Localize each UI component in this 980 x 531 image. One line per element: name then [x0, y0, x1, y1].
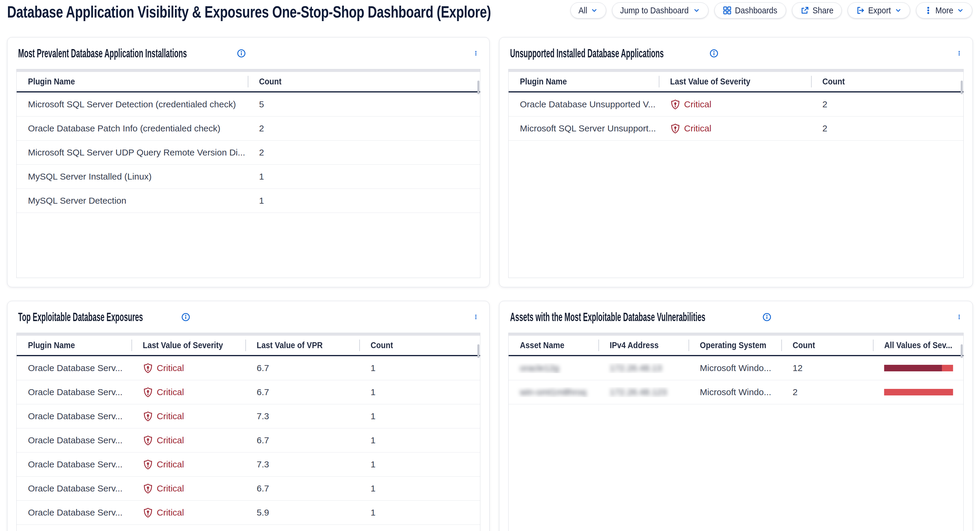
- vpr-cell: 5.9: [245, 507, 359, 518]
- jump-to-dashboard-dropdown[interactable]: Jump to Dashboard: [612, 2, 708, 18]
- redacted-ip-address: 172.26.48.13: [610, 363, 662, 373]
- horizontal-scrollbar[interactable]: [17, 333, 480, 335]
- table-row[interactable]: Oracle Database Serv... Critical 6.7 1: [17, 477, 480, 501]
- toolbar: All Jump to Dashboard Dashboards Share E…: [570, 2, 972, 18]
- table-row[interactable]: Oracle Database Patch Info (credentialed…: [17, 116, 480, 141]
- severity-bar-critical-segment: [884, 365, 942, 371]
- plugin-name-cell: MySQL Server Detection: [17, 196, 248, 206]
- panel-title: Most Prevalent Database Application Inst…: [18, 47, 232, 60]
- share-button[interactable]: Share: [792, 2, 842, 18]
- severity-cell: Critical: [132, 459, 245, 470]
- table-row[interactable]: oracle12g 172.26.48.13 Microsoft Windo..…: [509, 356, 963, 380]
- info-icon[interactable]: [710, 49, 719, 58]
- column-header-severity[interactable]: Last Value of Severity: [132, 335, 245, 355]
- column-header-vpr[interactable]: Last Value of VPR: [245, 335, 359, 355]
- table-row[interactable]: Oracle Database Serv... Critical 5.9 1: [17, 501, 480, 525]
- more-label: More: [935, 5, 953, 16]
- export-icon: [856, 6, 865, 15]
- column-header-plugin-name[interactable]: Plugin Name: [17, 72, 248, 91]
- severity-label: Critical: [157, 411, 184, 421]
- column-header-severity[interactable]: Last Value of Severity: [659, 72, 811, 91]
- column-header-asset-name[interactable]: Asset Name: [509, 335, 598, 355]
- ipv4-cell: 172.26.48.13: [598, 363, 689, 373]
- column-header-count[interactable]: Count: [248, 72, 480, 91]
- table: Plugin Name Last Value of Severity Count…: [508, 69, 964, 278]
- severity-stacked-bar: [884, 365, 953, 371]
- horizontal-scrollbar[interactable]: [17, 69, 480, 72]
- severity-cell: Critical: [132, 411, 245, 421]
- share-label: Share: [813, 5, 834, 16]
- redacted-ip-address: 172.26.48.123: [610, 387, 667, 397]
- operating-system-cell: Microsoft Windo...: [689, 363, 781, 373]
- column-header-count[interactable]: Count: [781, 335, 873, 355]
- table-row[interactable]: Microsoft SQL Server Unsupport... Critic…: [509, 116, 963, 141]
- plugin-name-cell: Oracle Database Serv...: [17, 363, 132, 373]
- dashboards-label: Dashboards: [735, 5, 777, 16]
- table-row[interactable]: Oracle Database Serv... Critical 6.7 1: [17, 356, 480, 380]
- operating-system-cell: Microsoft Windo...: [689, 387, 781, 397]
- critical-severity-shield-icon: [143, 387, 153, 397]
- redacted-asset-name: oracle12g: [520, 363, 559, 373]
- dashboards-button[interactable]: Dashboards: [714, 2, 786, 18]
- critical-severity-shield-icon: [143, 411, 153, 421]
- column-header-count[interactable]: Count: [811, 72, 963, 91]
- horizontal-scrollbar[interactable]: [509, 69, 963, 72]
- column-header-ipv4[interactable]: IPv4 Address: [598, 335, 689, 355]
- export-label: Export: [868, 5, 891, 16]
- filter-all-label: All: [579, 5, 587, 16]
- top-bar: Database Application Visibility & Exposu…: [0, 0, 980, 33]
- panel-menu-kebab-icon[interactable]: [955, 49, 964, 58]
- column-header-plugin-name[interactable]: Plugin Name: [17, 335, 132, 355]
- severity-cell: Critical: [132, 507, 245, 518]
- chevron-down-icon: [956, 6, 964, 14]
- severity-stacked-bar: [884, 389, 953, 396]
- panel-top-exploitable-exposures: Top Exploitable Database Exposures Plugi…: [7, 301, 490, 531]
- export-dropdown[interactable]: Export: [848, 2, 910, 18]
- info-icon[interactable]: [762, 312, 772, 322]
- severity-bar-high-segment: [884, 389, 953, 396]
- severity-label: Critical: [157, 507, 184, 518]
- vpr-cell: 6.7: [245, 363, 359, 373]
- info-icon[interactable]: [237, 49, 246, 58]
- vpr-cell: 6.7: [245, 483, 359, 494]
- table-row[interactable]: Oracle Database Serv... Critical 7.3 1: [17, 453, 480, 477]
- vpr-cell: 6.7: [245, 435, 359, 445]
- more-dropdown[interactable]: More: [916, 2, 972, 18]
- table-row[interactable]: Oracle Database Serv... Critical 7.3 1: [17, 404, 480, 428]
- severity-cell: Critical: [132, 435, 245, 446]
- column-header-os[interactable]: Operating System: [689, 335, 781, 355]
- table-row[interactable]: Oracle Database Serv... Critical 6.7 1: [17, 380, 480, 404]
- table-row[interactable]: Microsoft SQL Server UDP Query Remote Ve…: [17, 141, 480, 165]
- horizontal-scrollbar[interactable]: [509, 333, 963, 335]
- count-cell: 1: [359, 507, 480, 518]
- column-header-count[interactable]: Count: [359, 335, 480, 355]
- table-row[interactable]: Microsoft SQL Server Detection (credenti…: [17, 92, 480, 116]
- table-row[interactable]: MySQL Server Installed (Linux) 1: [17, 165, 480, 189]
- count-cell: 1: [359, 387, 480, 397]
- count-cell: 1: [359, 483, 480, 494]
- table-row[interactable]: Oracle Database Unsupported V... Critica…: [509, 92, 963, 116]
- panel-menu-kebab-icon[interactable]: [955, 312, 964, 321]
- chevron-down-icon: [590, 6, 598, 14]
- severity-label: Critical: [157, 387, 184, 397]
- count-cell: 1: [359, 363, 480, 373]
- panel-title: Assets with the Most Exploitable Databas…: [510, 310, 757, 324]
- panel-menu-kebab-icon[interactable]: [471, 312, 480, 321]
- vpr-cell: 7.3: [245, 459, 359, 469]
- page-title-text: Database Application Visibility & Exposu…: [7, 2, 491, 21]
- info-icon[interactable]: [181, 312, 190, 322]
- count-cell: 1: [248, 196, 480, 206]
- table-row[interactable]: win-omt1m8hroq 172.26.48.123 Microsoft W…: [509, 380, 963, 404]
- table-row[interactable]: MySQL Server Detection 1: [17, 189, 480, 213]
- table-row[interactable]: Oracle Database Serv... Critical 6.7 1: [17, 428, 480, 453]
- ipv4-cell: 172.26.48.123: [598, 387, 689, 397]
- severity-bar-high-segment: [942, 365, 953, 371]
- filter-all-dropdown[interactable]: All: [570, 2, 606, 18]
- column-header-severity-values[interactable]: All Values of Sev...: [873, 335, 963, 355]
- table: Plugin Name Last Value of Severity Last …: [16, 333, 480, 531]
- column-header-plugin-name[interactable]: Plugin Name: [509, 72, 659, 91]
- severity-bar-cell: [873, 365, 963, 371]
- panel-menu-kebab-icon[interactable]: [471, 49, 480, 58]
- severity-cell: Critical: [132, 483, 245, 494]
- count-cell: 1: [359, 435, 480, 445]
